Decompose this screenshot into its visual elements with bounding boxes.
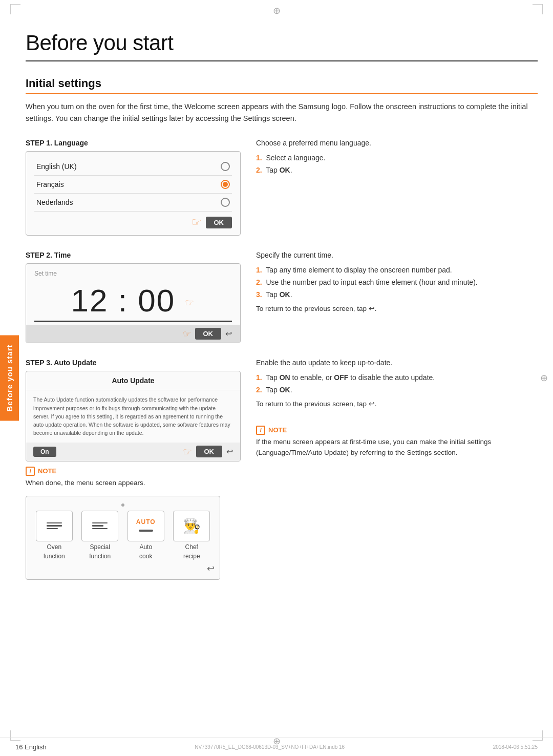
note1-label: NOTE bbox=[38, 467, 56, 475]
step2-instr-2: 2. Use the number pad to input each time… bbox=[256, 277, 538, 289]
reg-mark-right: ⊕ bbox=[540, 372, 548, 384]
au-title: Auto Update bbox=[26, 371, 240, 390]
touch-icon-au: ☞ bbox=[183, 446, 192, 458]
step3-instructions: 1. Tap ON to enable, or OFF to disable t… bbox=[256, 372, 538, 410]
note1-text: When done, the menu screen appears. bbox=[26, 478, 241, 489]
auto-icon-box: AUTO bbox=[127, 511, 164, 541]
step1-instr-2: 2. Tap OK. bbox=[256, 164, 538, 177]
special-icon-box bbox=[81, 511, 118, 541]
note1-header: i NOTE bbox=[26, 467, 241, 476]
special-line-1 bbox=[92, 522, 108, 524]
back-btn: ↩ bbox=[31, 563, 215, 574]
ok-button-step3[interactable]: OK bbox=[196, 446, 223, 457]
section-heading: Initial settings bbox=[26, 77, 538, 94]
oven-line-2 bbox=[47, 525, 62, 527]
au-footer-right: ☞ OK ↩ bbox=[183, 446, 233, 458]
auto-icon-svg bbox=[138, 528, 154, 534]
oven-label-top: Oven bbox=[47, 543, 61, 551]
menu-item-special: Special function bbox=[81, 511, 118, 560]
page-number: 16 English bbox=[15, 743, 47, 751]
touch-icon-time-ok: ☞ bbox=[183, 328, 191, 340]
lang-nederlands: Nederlands bbox=[34, 194, 232, 212]
file-info: NV739770R5_EE_DG68-00613D-03_SV+NO+FI+DA… bbox=[195, 744, 345, 750]
step1-instr-1: 1. Select a language. bbox=[256, 152, 538, 164]
lang-nederlands-text: Nederlands bbox=[36, 198, 73, 206]
step1-label: STEP 1. Language bbox=[26, 139, 241, 147]
step2-screen: Set time 12 : 00 ☞ ☞ OK ↩ bbox=[26, 263, 241, 343]
ok-button-step1[interactable]: OK bbox=[206, 217, 232, 228]
menu-item-oven: Oven function bbox=[36, 511, 73, 560]
note2-box: i NOTE If the menu screen appears at fir… bbox=[256, 426, 538, 458]
time-colon: : bbox=[118, 283, 138, 318]
date-info: 2018-04-06 ﻿5:51:25 bbox=[493, 744, 538, 750]
step1-screen: English (UK) Français Nederlands bbox=[26, 151, 241, 236]
special-line-3 bbox=[92, 528, 108, 530]
step3-description: Enable the auto update to keep up-to-dat… bbox=[256, 359, 538, 367]
oven-lines bbox=[47, 522, 62, 530]
time-minutes: 00 bbox=[138, 283, 175, 318]
time-value: 12 bbox=[71, 283, 109, 318]
back-arrow-menu: ↩ bbox=[207, 563, 215, 574]
lang-nederlands-radio bbox=[221, 198, 230, 207]
chef-label-bottom: recipe bbox=[183, 553, 200, 560]
step3-screen: Auto Update The Auto Update function aut… bbox=[26, 371, 241, 461]
oven-line-1 bbox=[47, 522, 62, 524]
back-icon-step2: ↩ bbox=[225, 329, 232, 339]
au-body: The Auto Update function automatically u… bbox=[26, 390, 240, 442]
step2-right: Specify the current time. 1. Tap any tim… bbox=[256, 251, 538, 314]
auto-label-top: Auto bbox=[139, 543, 152, 551]
note2-icon: i bbox=[256, 426, 265, 435]
lang-francais-radio bbox=[221, 180, 230, 189]
step1-description: Choose a preferred menu language. bbox=[256, 139, 538, 147]
svg-rect-0 bbox=[139, 530, 153, 532]
note2-header: i NOTE bbox=[256, 426, 538, 435]
au-footer: On ☞ OK ↩ bbox=[26, 443, 240, 461]
step2-return-note: To return to the previous screen, tap ↩. bbox=[256, 303, 538, 315]
au-ok-label[interactable]: On bbox=[33, 447, 56, 457]
page-container: ⊕ ⊕ ⊕ Before you start Before you start … bbox=[0, 0, 553, 756]
back-icon-step3: ↩ bbox=[226, 447, 233, 456]
chef-label-top: Chef bbox=[185, 543, 198, 551]
time-ok-row: ☞ OK ↩ bbox=[26, 325, 240, 343]
intro-text: When you turn on the oven for the first … bbox=[26, 101, 538, 124]
lang-francais: Français bbox=[34, 176, 232, 194]
step1-row: STEP 1. Language English (UK) Français bbox=[26, 139, 538, 236]
special-label-bottom: function bbox=[89, 553, 111, 560]
note2-text: If the menu screen appears at first-time… bbox=[256, 437, 538, 458]
side-tab: Before you start bbox=[0, 335, 19, 421]
lang-english-radio bbox=[221, 162, 230, 171]
menu-item-chef: 👨‍🍳 Chef recipe bbox=[173, 511, 210, 560]
auto-label: AUTO bbox=[136, 518, 156, 526]
chef-icon-box: 👨‍🍳 bbox=[173, 511, 210, 541]
special-label-top: Special bbox=[90, 543, 110, 551]
step2-description: Specify the current time. bbox=[256, 251, 538, 259]
corner-tl bbox=[10, 4, 20, 14]
bottom-bar: 16 English NV739770R5_EE_DG68-00613D-03_… bbox=[0, 738, 553, 756]
step2-left: STEP 2. Time Set time 12 : 00 ☞ ☞ OK ↩ bbox=[26, 251, 241, 343]
step2-instr-3: 3. Tap OK. bbox=[256, 289, 538, 301]
step3-right: Enable the auto update to keep up-to-dat… bbox=[256, 359, 538, 465]
oven-icon-box bbox=[36, 511, 73, 541]
note2-label: NOTE bbox=[268, 426, 287, 434]
lang-english-text: English (UK) bbox=[36, 162, 77, 171]
note1-icon: i bbox=[26, 467, 35, 476]
touch-icon-step2: ☞ bbox=[185, 297, 195, 308]
step2-row: STEP 2. Time Set time 12 : 00 ☞ ☞ OK ↩ bbox=[26, 251, 538, 343]
lang-francais-text: Français bbox=[36, 180, 64, 188]
reg-mark-top: ⊕ bbox=[273, 5, 281, 16]
lang-english: English (UK) bbox=[34, 158, 232, 176]
chef-hat-icon: 👨‍🍳 bbox=[183, 517, 201, 534]
step3-row: STEP 3. Auto Update Auto Update The Auto… bbox=[26, 359, 538, 579]
step1-left: STEP 1. Language English (UK) Français bbox=[26, 139, 241, 236]
auto-label-bottom: cook bbox=[139, 553, 152, 560]
oven-label-bottom: function bbox=[44, 553, 65, 560]
step1-right: Choose a preferred menu language. 1. Sel… bbox=[256, 139, 538, 177]
special-line-2 bbox=[92, 525, 103, 527]
step2-instr-1: 1. Tap any time element to display the o… bbox=[256, 264, 538, 277]
menu-item-auto: AUTO Auto cook bbox=[127, 511, 164, 560]
time-display: 12 : 00 ☞ bbox=[34, 282, 232, 322]
step2-instructions: 1. Tap any time element to display the o… bbox=[256, 264, 538, 314]
step3-label: STEP 3. Auto Update bbox=[26, 359, 241, 367]
ok-button-step2[interactable]: OK bbox=[195, 328, 222, 340]
radio-inner bbox=[223, 182, 228, 187]
